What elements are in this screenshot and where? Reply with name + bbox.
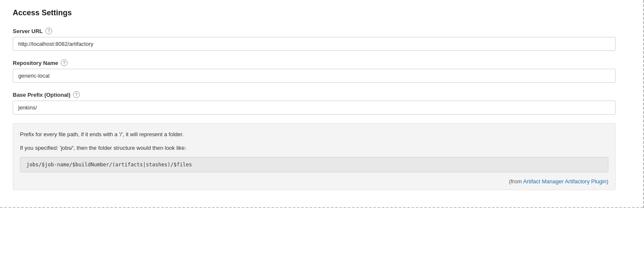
base-prefix-group: Base Prefix (Optional) ? — [13, 91, 616, 115]
repository-name-input[interactable] — [13, 69, 616, 83]
info-line2: If you specified: 'jobs/', then the fold… — [20, 144, 608, 152]
info-line1: Prefix for every file path, if it ends w… — [20, 130, 608, 139]
repository-name-group: Repository Name ? — [13, 59, 616, 83]
bottom-divider — [0, 207, 643, 208]
info-box-footer: (from Artifact Manager Artifactory Plugi… — [20, 178, 608, 185]
footer-suffix: ) — [607, 178, 608, 185]
base-prefix-help-icon[interactable]: ? — [73, 91, 80, 98]
footer-prefix: (from — [509, 178, 523, 185]
server-url-input[interactable] — [13, 37, 616, 51]
server-url-help-icon[interactable]: ? — [45, 28, 52, 34]
repository-name-help-icon[interactable]: ? — [61, 59, 67, 66]
info-box: Prefix for every file path, if it ends w… — [13, 123, 616, 190]
artifactory-plugin-link[interactable]: Artifact Manager Artifactory Plugin — [523, 178, 607, 185]
code-example: jobs/$job-name/$buildNumber/(artifacts|s… — [20, 157, 608, 172]
server-url-label: Server URL ? — [13, 28, 616, 34]
base-prefix-input[interactable] — [13, 101, 616, 115]
repository-name-label: Repository Name ? — [13, 59, 616, 66]
page-title: Access Settings — [13, 8, 616, 17]
server-url-group: Server URL ? — [13, 28, 616, 51]
base-prefix-label: Base Prefix (Optional) ? — [13, 91, 616, 98]
